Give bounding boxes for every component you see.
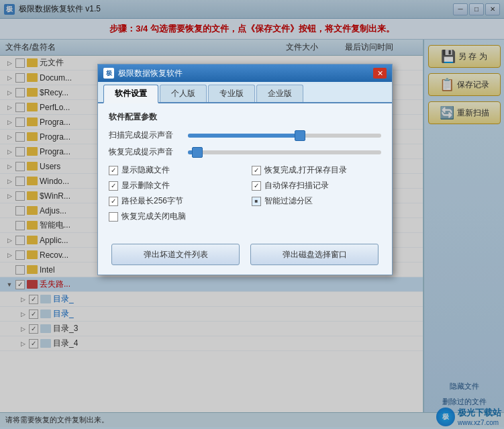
show-hidden-label: 显示隐藏文件 (121, 164, 170, 176)
select-disk-button[interactable]: 弹出磁盘选择窗口 (250, 244, 379, 265)
path-256-checkbox[interactable] (109, 197, 118, 206)
path-256-label: 路径最长256字节 (121, 195, 183, 207)
auto-save-label: 自动保存扫描记录 (264, 180, 329, 191)
open-dir-row[interactable]: 恢复完成,打开保存目录 (252, 164, 381, 176)
modal-overlay: 极 极限数据恢复软件 ✕ 软件设置 个人版 专业版 企业版 软件配置参数 扫描完… (0, 0, 504, 429)
smart-filter-label: 智能过滤分区 (264, 195, 313, 207)
modal-footer: 弹出坏道文件列表 弹出磁盘选择窗口 (98, 237, 392, 275)
scan-sound-label: 扫描完成提示声音 (109, 130, 183, 141)
restore-sound-slider[interactable] (188, 150, 381, 154)
auto-save-checkbox[interactable] (252, 181, 261, 191)
scan-sound-thumb[interactable] (295, 130, 305, 141)
scan-sound-fill (188, 134, 300, 138)
path-256-row[interactable]: 路径最长256字节 (109, 195, 238, 207)
modal-icon: 极 (103, 68, 114, 79)
open-dir-label: 恢复完成,打开保存目录 (264, 164, 347, 176)
checkbox-grid: 显示隐藏文件 恢复完成,打开保存目录 显示删除文件 自动保存扫描记录 (109, 164, 381, 222)
smart-filter-checkbox[interactable] (252, 197, 261, 206)
modal-title-bar: 极 极限数据恢复软件 ✕ (98, 64, 392, 82)
tab-software-settings[interactable]: 软件设置 (103, 85, 158, 103)
restore-sound-thumb[interactable] (192, 147, 203, 158)
modal-section-title: 软件配置参数 (109, 111, 381, 123)
tab-professional[interactable]: 专业版 (208, 85, 255, 102)
show-hidden-row[interactable]: 显示隐藏文件 (109, 164, 238, 176)
modal-close-button[interactable]: ✕ (373, 68, 387, 79)
restore-sound-label: 恢复完成提示声音 (109, 146, 183, 158)
shutdown-row[interactable]: 恢复完成关闭电脑 (109, 211, 238, 222)
modal-tabs: 软件设置 个人版 专业版 企业版 (98, 82, 392, 103)
bad-files-button[interactable]: 弹出坏道文件列表 (111, 244, 240, 265)
shutdown-checkbox[interactable] (109, 212, 118, 222)
smart-filter-row[interactable]: 智能过滤分区 (252, 195, 381, 207)
show-hidden-checkbox[interactable] (109, 166, 118, 175)
scan-sound-row: 扫描完成提示声音 (109, 130, 381, 141)
scan-sound-slider[interactable] (188, 134, 381, 138)
restore-sound-row: 恢复完成提示声音 (109, 146, 381, 158)
show-deleted-checkbox[interactable] (109, 181, 118, 191)
tab-enterprise[interactable]: 企业版 (256, 85, 303, 102)
show-deleted-label: 显示删除文件 (121, 180, 170, 191)
settings-modal: 极 极限数据恢复软件 ✕ 软件设置 个人版 专业版 企业版 软件配置参数 扫描完… (97, 64, 393, 275)
tab-personal[interactable]: 个人版 (160, 85, 207, 102)
modal-body: 软件配置参数 扫描完成提示声音 恢复完成提示声音 (98, 103, 392, 237)
modal-title: 极限数据恢复软件 (118, 68, 373, 79)
shutdown-label: 恢复完成关闭电脑 (121, 211, 186, 222)
show-deleted-row[interactable]: 显示删除文件 (109, 180, 238, 191)
auto-save-row[interactable]: 自动保存扫描记录 (252, 180, 381, 191)
open-dir-checkbox[interactable] (252, 166, 261, 175)
